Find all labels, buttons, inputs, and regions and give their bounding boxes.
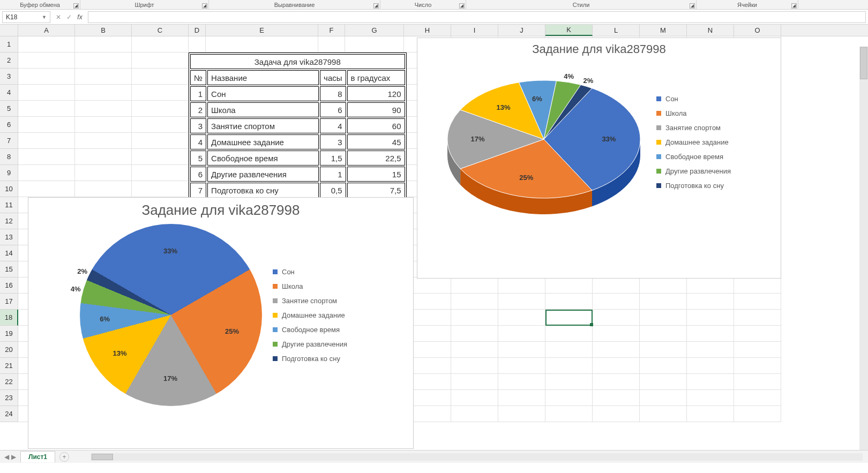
row-header[interactable]: 4 [0,85,18,101]
ribbon-group[interactable]: Число◢ [380,0,466,9]
cell[interactable] [498,374,545,390]
table-cell[interactable]: Свободное время [207,151,319,166]
table-cell[interactable]: 1,5 [320,151,346,166]
table-cell[interactable]: 4 [190,134,206,149]
cell[interactable] [593,390,640,406]
cell[interactable] [640,390,687,406]
cell[interactable] [687,390,734,406]
row-header[interactable]: 7 [0,133,18,149]
row-header[interactable]: 18 [0,310,18,326]
cell[interactable] [75,85,132,101]
cell[interactable] [545,310,593,326]
table-cell[interactable]: 60 [347,118,405,133]
cell[interactable] [132,36,189,52]
cell[interactable] [18,69,75,85]
table-cell[interactable]: Сон [207,86,319,101]
cell[interactable] [498,358,545,374]
ribbon-group[interactable]: Ячейки◢ [697,0,798,9]
cell[interactable] [18,101,75,117]
table-cell[interactable]: 90 [347,102,405,117]
column-header[interactable]: D [189,25,206,36]
dialog-launcher-icon[interactable]: ◢ [373,3,379,9]
cell[interactable] [593,326,640,342]
column-header[interactable]: C [132,25,189,36]
prev-sheet-icon[interactable]: ◀ [4,453,9,461]
cell[interactable] [734,342,781,358]
table-cell[interactable]: Школа [207,102,319,117]
cell[interactable] [498,406,545,422]
cell[interactable] [75,52,132,69]
cell[interactable] [132,52,189,69]
column-header[interactable]: J [498,25,545,36]
cell[interactable] [640,406,687,422]
cell[interactable] [451,326,498,342]
cell[interactable] [687,294,734,310]
cell[interactable] [75,133,132,149]
cell[interactable] [498,326,545,342]
table-cell[interactable]: 45 [347,134,405,149]
table-cell[interactable]: 5 [190,151,206,166]
cell[interactable] [75,101,132,117]
chart-2d-pie[interactable]: Задание для vika287998 33%25%17%13%6%4%2… [28,197,414,449]
cell[interactable] [345,36,404,52]
data-table[interactable]: Задача для vika287998 №Названиечасыв гра… [189,52,407,199]
cell[interactable] [687,374,734,390]
cell[interactable] [545,358,593,374]
table-cell[interactable]: 7,5 [347,183,405,198]
table-cell[interactable]: 1 [190,86,206,101]
cell[interactable] [734,406,781,422]
cell[interactable] [132,165,189,181]
cell[interactable] [75,69,132,85]
cell[interactable] [640,310,687,326]
cell[interactable] [206,36,318,52]
row-header[interactable]: 24 [0,406,18,422]
cell[interactable] [545,374,593,390]
cell[interactable] [18,85,75,101]
table-cell[interactable]: Подготовка ко сну [207,183,319,198]
cell[interactable] [451,277,498,294]
cell[interactable] [451,342,498,358]
row-header[interactable]: 13 [0,229,18,245]
row-header[interactable]: 20 [0,342,18,358]
cell[interactable] [640,358,687,374]
column-header[interactable]: G [345,25,404,36]
cell[interactable] [132,69,189,85]
cell[interactable] [18,117,75,133]
cell[interactable] [498,390,545,406]
ribbon-group[interactable]: Шрифт◢ [80,0,209,9]
table-cell[interactable]: Другие развлечения [207,167,319,182]
cell[interactable] [734,294,781,310]
cell[interactable] [75,36,132,52]
cell[interactable] [593,277,640,294]
cell[interactable] [640,294,687,310]
row-header[interactable]: 10 [0,181,18,197]
cell[interactable] [75,181,132,197]
cell[interactable] [687,342,734,358]
cell[interactable] [451,358,498,374]
row-header[interactable]: 17 [0,294,18,310]
cell[interactable] [734,310,781,326]
column-header[interactable]: N [687,25,734,36]
row-header[interactable]: 22 [0,374,18,390]
cell[interactable] [545,342,593,358]
table-cell[interactable]: 0,5 [320,183,346,198]
select-all-corner[interactable] [0,25,18,36]
column-header[interactable]: O [734,25,781,36]
cell[interactable] [498,342,545,358]
cell[interactable] [593,374,640,390]
table-cell[interactable]: Занятие спортом [207,118,319,133]
dialog-launcher-icon[interactable]: ◢ [791,3,797,9]
dialog-launcher-icon[interactable]: ◢ [690,3,695,9]
cell[interactable] [593,342,640,358]
chevron-down-icon[interactable]: ▼ [42,14,47,20]
row-header[interactable]: 23 [0,390,18,406]
add-sheet-button[interactable]: + [59,452,69,462]
formula-input[interactable] [88,11,866,23]
cell[interactable] [18,52,75,69]
cell[interactable] [498,310,545,326]
cell[interactable] [545,277,593,294]
chart-3d-pie[interactable]: Задание для vika287998 33%25%17%13%6%4%2… [417,37,781,279]
cell[interactable] [545,294,593,310]
cell[interactable] [545,326,593,342]
row-header[interactable]: 6 [0,117,18,133]
